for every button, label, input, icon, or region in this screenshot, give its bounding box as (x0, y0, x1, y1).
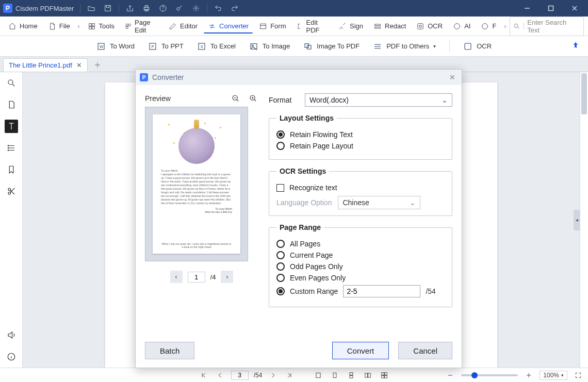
tab-tools-label: Tools (99, 22, 115, 30)
chevron-down-icon: ▾ (561, 373, 564, 378)
preview-thumbnail[interactable]: To Leon Werth I apologize to the childre… (145, 107, 248, 261)
preview-page-total: /4 (210, 273, 216, 281)
zoom-value-select[interactable]: 100% ▾ (540, 371, 567, 380)
to-excel-button[interactable]: X To Excel (197, 42, 236, 51)
tab-editor[interactable]: Editor (165, 19, 202, 34)
two-continuous-button[interactable] (379, 370, 390, 381)
ocr-language-select[interactable]: Chinese ⌄ (338, 196, 420, 209)
layout-page-label: Retain Page Layout (290, 142, 353, 150)
save-icon[interactable] (101, 2, 115, 15)
prev-page-button[interactable] (215, 370, 226, 381)
svg-rect-49 (382, 375, 384, 378)
range-custom-input[interactable] (343, 285, 420, 297)
close-tab-icon[interactable]: ✕ (76, 61, 82, 69)
preview-zoom-in-icon[interactable] (248, 93, 258, 104)
format-select[interactable]: Word(.docx) ⌄ (305, 93, 452, 107)
tab-redact[interactable]: Redact (369, 19, 410, 34)
vertical-scrollbar[interactable] (580, 72, 588, 368)
tab-ocr[interactable]: OCR (412, 19, 447, 34)
preview-next-button[interactable]: › (221, 271, 233, 283)
preview-prev-button[interactable]: ‹ (170, 271, 183, 283)
range-custom-radio[interactable]: Custom Range /54 (276, 285, 445, 297)
new-tab-button[interactable]: ＋ (90, 57, 105, 72)
zoom-slider[interactable] (461, 374, 518, 376)
tab-file[interactable]: File (44, 19, 74, 34)
cancel-button[interactable]: Cancel (398, 342, 452, 359)
layout-page-radio[interactable]: Retain Page Layout (276, 142, 445, 150)
tab-sign[interactable]: Sign (334, 19, 367, 34)
layout-flowing-radio[interactable]: Retain Flowing Text (276, 130, 445, 139)
bookmark-tool-icon[interactable] (5, 163, 18, 176)
chevron-right-icon[interactable]: › (502, 22, 508, 30)
tab-converter[interactable]: Converter (204, 19, 253, 34)
svg-point-22 (515, 24, 518, 27)
zoom-in-button[interactable] (523, 370, 534, 381)
range-even-radio[interactable]: Even Pages Only (276, 274, 445, 282)
scrollbar-thumb[interactable] (581, 73, 587, 114)
next-page-button[interactable] (267, 370, 279, 381)
page-number-input[interactable] (231, 371, 249, 380)
tab-ai[interactable]: AI (449, 19, 475, 34)
range-odd-radio[interactable]: Odd Pages Only (276, 262, 445, 271)
tab-edit-pdf[interactable]: Edit PDF (292, 15, 333, 37)
chevron-left-icon[interactable]: ‹ (76, 22, 81, 30)
two-page-button[interactable] (362, 370, 373, 381)
maximize-button[interactable] (541, 0, 561, 16)
ocr-button[interactable]: OCR (463, 42, 492, 51)
chevron-down-icon: ⌄ (410, 198, 416, 207)
redo-icon[interactable] (228, 2, 241, 15)
preview-panel: Preview To Leon Werth I apologize to the… (145, 93, 258, 333)
key-icon[interactable] (173, 2, 186, 15)
print-icon[interactable] (140, 2, 153, 15)
share-icon[interactable] (123, 2, 137, 15)
tab-page-edit[interactable]: Page Edit (121, 15, 162, 37)
to-image-button[interactable]: To Image (249, 42, 290, 51)
settings-icon[interactable] (189, 2, 203, 15)
open-icon[interactable] (85, 2, 98, 15)
search-tool-icon[interactable] (5, 76, 18, 90)
text-tool-icon[interactable] (5, 120, 18, 133)
svg-rect-32 (307, 45, 312, 49)
outline-tool-icon[interactable] (5, 141, 18, 155)
fit-page-button[interactable] (313, 370, 324, 381)
continuous-page-button[interactable] (346, 370, 357, 381)
dialog-close-button[interactable]: ✕ (447, 73, 458, 81)
info-tool-icon[interactable] (5, 350, 18, 363)
ocr-recognize-checkbox[interactable]: Recognize text (276, 184, 445, 192)
to-ppt-button[interactable]: P To PPT (148, 42, 184, 51)
batch-button[interactable]: Batch (145, 342, 194, 359)
range-all-label: All Pages (290, 240, 320, 248)
page-range-group: Page Range All Pages Current Page Odd Pa… (269, 223, 452, 307)
preview-zoom-out-icon[interactable] (231, 93, 241, 104)
undo-icon[interactable] (211, 2, 225, 15)
tab-home[interactable]: Home (4, 19, 42, 34)
last-page-button[interactable] (284, 370, 295, 381)
zoom-slider-knob[interactable] (471, 372, 478, 378)
collapse-right-button[interactable]: ◂ (574, 210, 580, 230)
first-page-button[interactable] (198, 370, 209, 381)
search-input[interactable]: Enter Search Text (510, 16, 584, 36)
svg-point-34 (8, 80, 13, 85)
page-tool-icon[interactable] (5, 98, 18, 111)
fullscreen-button[interactable] (573, 370, 584, 381)
convert-button[interactable]: Convert (332, 342, 389, 359)
single-page-button[interactable] (329, 370, 340, 381)
range-current-radio[interactable]: Current Page (276, 251, 445, 259)
to-word-button[interactable]: W To Word (96, 42, 135, 51)
tab-form[interactable]: Form (255, 19, 290, 34)
range-all-radio[interactable]: All Pages (276, 240, 445, 248)
tab-tools[interactable]: Tools (84, 19, 119, 34)
cut-tool-icon[interactable] (5, 185, 18, 198)
minimize-button[interactable] (517, 0, 537, 16)
pdf-to-others-button[interactable]: PDF to Others ▾ (373, 42, 436, 51)
preview-page-input[interactable] (188, 272, 205, 283)
help-icon[interactable] (156, 2, 170, 15)
zoom-out-button[interactable] (445, 370, 456, 381)
close-button[interactable] (564, 0, 585, 16)
pin-icon[interactable] (571, 41, 580, 51)
sound-tool-icon[interactable] (5, 328, 18, 342)
tab-more[interactable]: F (477, 19, 500, 34)
image-to-pdf-label: Image To PDF (317, 42, 360, 50)
document-tab[interactable]: The Little Prince1.pdf ✕ (3, 58, 88, 72)
image-to-pdf-button[interactable]: Image To PDF (303, 42, 360, 51)
